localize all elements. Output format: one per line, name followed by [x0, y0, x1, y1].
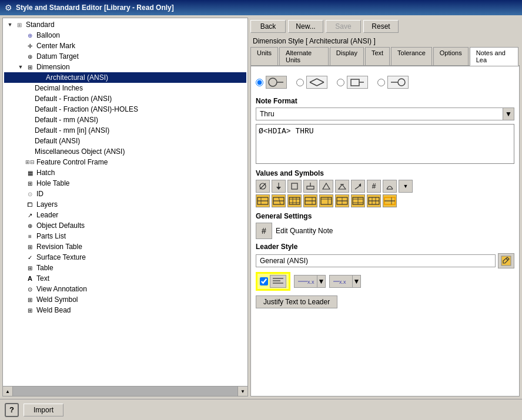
symbol-arc[interactable]	[383, 180, 397, 193]
tree-item-balloon[interactable]: ⊕ Balloon	[4, 30, 246, 41]
symbol-2-1[interactable]	[256, 194, 270, 207]
tree-item-label: Miscellaneous Object (ANSI)	[35, 147, 125, 156]
symbol-more[interactable]: ▼	[399, 180, 413, 193]
radio-note-type-4[interactable]	[377, 79, 385, 86]
tree-item-label: Text	[36, 274, 49, 283]
tree-item-center-mark[interactable]: ✛ Center Mark	[4, 41, 246, 51]
leader-edit-button[interactable]	[498, 253, 514, 268]
tree-item-dimension[interactable]: ▼ ⊞ Dimension	[4, 62, 246, 72]
tree-item-default-mm-ansi[interactable]: Default - mm (ANSI)	[4, 115, 246, 125]
svg-marker-18	[339, 184, 346, 189]
justify-dropdown-1[interactable]: ▼	[317, 275, 326, 288]
tab-tolerance[interactable]: Tolerance	[391, 47, 432, 65]
weld-symbol-icon: ⊞	[25, 295, 35, 304]
expand-icon	[16, 231, 25, 241]
symbol-2-3[interactable]	[287, 194, 302, 207]
tree-item-standard[interactable]: ▼ ⊞ Standard	[4, 19, 246, 30]
tree-item-parts-list[interactable]: ≡ Parts List	[4, 231, 246, 241]
tree-item-datum-target[interactable]: ⊛ Datum Target	[4, 51, 246, 62]
import-button[interactable]: Import	[24, 404, 63, 416]
note-format-dropdown[interactable]: Thru Blind None	[256, 107, 514, 120]
expand-icon	[16, 157, 25, 167]
symbol-diameter[interactable]	[256, 180, 270, 193]
tree-item-hole-table[interactable]: ⊞ Hole Table	[4, 178, 246, 189]
obj-defaults-icon: ⊕	[25, 221, 35, 230]
leader-style-dropdown[interactable]: General (ANSI) Standard Custom	[256, 254, 496, 267]
edit-qty-icon[interactable]: #	[256, 223, 272, 239]
tree-item-label: Revision Table	[36, 243, 82, 251]
justify-checkbox[interactable]	[260, 277, 268, 285]
scroll-up-arrow[interactable]: ▲	[3, 387, 13, 397]
symbol-spotface[interactable]	[335, 180, 349, 193]
symbol-2-7[interactable]	[351, 194, 365, 207]
tree-item-object-defaults[interactable]: ⊕ Object Defaults	[4, 220, 246, 231]
justify-btn-1[interactable]: x.x	[294, 275, 317, 288]
tree-item-id[interactable]: ⊙ ID	[4, 189, 246, 199]
tab-notes-leader[interactable]: Notes and Lea	[470, 47, 518, 66]
symbol-2-2[interactable]	[272, 194, 286, 207]
tree-item-decimal-inches[interactable]: Decimal Inches	[4, 83, 246, 93]
tree-item-leader[interactable]: ↗ Leader	[4, 210, 246, 220]
tab-units[interactable]: Units	[250, 47, 278, 65]
symbol-2-9[interactable]	[383, 194, 397, 207]
layers-icon: ⧠	[25, 200, 35, 209]
tree-item-misc-object[interactable]: Miscellaneous Object (ANSI)	[4, 146, 246, 157]
note-text-area[interactable]: Ø<HDIA> THRU	[256, 124, 514, 164]
balloon-icon: ⊕	[25, 31, 35, 40]
symbol-counterbore[interactable]	[303, 180, 317, 193]
radio-note-type-2[interactable]	[296, 79, 304, 86]
justify-dropdown-2[interactable]: ▼	[353, 275, 361, 288]
new-button[interactable]: New...	[288, 20, 323, 33]
tab-options[interactable]: Options	[433, 47, 469, 65]
tree-item-label: Architectural (ANSI)	[46, 73, 108, 82]
dimension-icon: ⊞	[25, 62, 35, 72]
radio-item-2	[296, 76, 327, 89]
tree-item-default-mm-in-ansi[interactable]: Default - mm [in] (ANSI)	[4, 125, 246, 136]
symbol-2-6[interactable]	[335, 194, 349, 207]
tree-item-default-ansi[interactable]: Default (ANSI)	[4, 136, 246, 146]
reset-button[interactable]: Reset	[363, 20, 399, 33]
tab-text[interactable]: Text	[365, 47, 390, 65]
main-container: ▼ ⊞ Standard ⊕ Balloon ✛ Center Mark	[0, 15, 522, 399]
expand-icon	[16, 295, 25, 304]
tree-item-view-annotation[interactable]: ⊙ View Annotation	[4, 284, 246, 294]
symbol-taper[interactable]	[351, 180, 365, 193]
tree-item-hatch[interactable]: ▦ Hatch	[4, 167, 246, 178]
svg-rect-6	[351, 79, 359, 86]
justify-text-to-leader-button[interactable]: Justify Text to Leader	[256, 295, 337, 308]
tree-item-fcf[interactable]: ⊞⊟ Feature Control Frame	[4, 157, 246, 167]
justify-btn-2[interactable]: x.x	[329, 275, 353, 288]
symbol-countersink[interactable]	[319, 180, 333, 193]
justify-text-btn-container: Justify Text to Leader	[256, 295, 514, 308]
tree-item-table[interactable]: ⊞ Table	[4, 263, 246, 273]
justify-icon-btn[interactable]	[270, 275, 286, 288]
tree-item-text[interactable]: A Text	[4, 273, 246, 284]
tab-alternate-units[interactable]: Alternate Units	[279, 47, 329, 65]
tree-item-surface-texture[interactable]: ✓ Surface Texture	[4, 252, 246, 263]
radio-item-4	[377, 76, 409, 89]
symbol-square[interactable]	[287, 180, 302, 193]
expand-icon: ▼	[16, 62, 25, 72]
radio-note-type-3[interactable]	[337, 79, 344, 86]
symbol-hash[interactable]: #	[367, 180, 381, 193]
tree-item-layers[interactable]: ⧠ Layers	[4, 199, 246, 210]
tree-item-revision-table[interactable]: ⊞ Revision Table	[4, 241, 246, 252]
help-button[interactable]: ?	[5, 403, 19, 417]
symbol-2-4[interactable]	[303, 194, 317, 207]
tree-item-default-fraction-holes[interactable]: Default - Fraction (ANSI)-HOLES	[4, 104, 246, 115]
tree-item-architectural-ansi[interactable]: Architectural (ANSI)	[4, 72, 246, 83]
radio-note-type-1[interactable]	[256, 79, 263, 86]
tree-item-label: Default - Fraction (ANSI)-HOLES	[35, 105, 138, 113]
tree-item-weld-bead[interactable]: ⊞ Weld Bead	[4, 305, 246, 315]
symbol-2-8[interactable]	[367, 194, 381, 207]
symbol-2-5[interactable]	[319, 194, 333, 207]
scroll-down-arrow[interactable]: ▼	[237, 387, 247, 397]
save-button[interactable]: Save	[326, 20, 361, 33]
tree-container[interactable]: ▼ ⊞ Standard ⊕ Balloon ✛ Center Mark	[3, 18, 247, 386]
back-button[interactable]: Back	[250, 20, 286, 33]
tree-item-default-fraction-ansi[interactable]: Default - Fraction (ANSI)	[4, 93, 246, 104]
tree-item-weld-symbol[interactable]: ⊞ Weld Symbol	[4, 294, 246, 305]
tab-display[interactable]: Display	[330, 47, 364, 65]
note-format-label: Note Format	[256, 97, 514, 105]
symbol-depth[interactable]	[272, 180, 286, 193]
